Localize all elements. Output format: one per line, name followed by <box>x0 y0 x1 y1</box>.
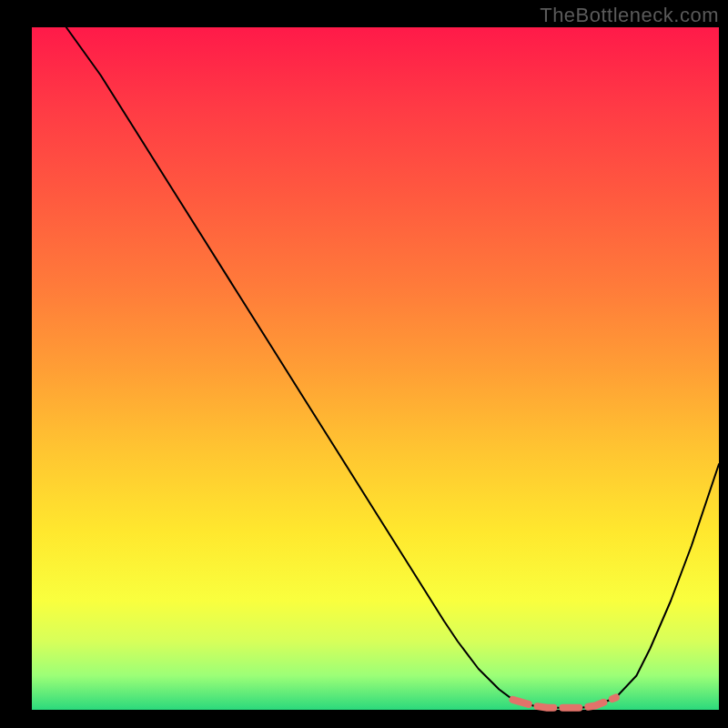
bottleneck-chart <box>0 0 728 728</box>
watermark-text: TheBottleneck.com <box>540 4 719 27</box>
chart-frame: TheBottleneck.com <box>0 0 728 728</box>
